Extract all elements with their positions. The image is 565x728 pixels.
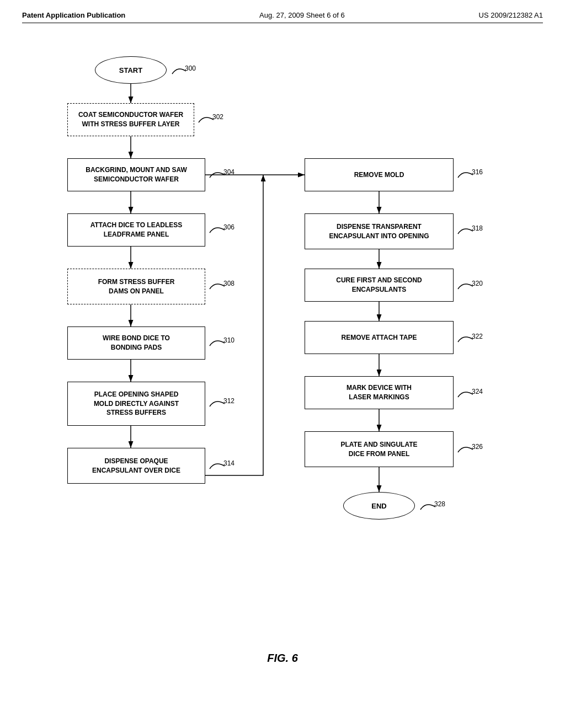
step-308-label: 308	[207, 278, 237, 296]
header-left: Patent Application Publication	[22, 11, 125, 19]
step-328-label: 328	[418, 499, 448, 517]
node-326-label: PLATE AND SINGULATEDICE FROM PANEL	[340, 440, 417, 459]
node-316-label: REMOVE MOLD	[354, 170, 404, 180]
step-322-arrow: 322	[455, 331, 486, 347]
step-318-label: 318	[455, 223, 486, 241]
node-308-label: FORM STRESS BUFFERDAMS ON PANEL	[98, 277, 175, 296]
step-308-arrow: 308	[207, 278, 237, 295]
svg-text:324: 324	[472, 388, 483, 395]
step-300-arrow: 300	[169, 63, 197, 79]
step-316-label: 316	[455, 167, 486, 185]
node-320-label: CURE FIRST AND SECONDENCAPSULANTS	[336, 276, 422, 295]
svg-text:300: 300	[185, 65, 196, 72]
svg-text:302: 302	[212, 113, 223, 121]
step-304-label: 304	[207, 167, 237, 185]
end-node: END	[343, 492, 415, 520]
node-326: PLATE AND SINGULATEDICE FROM PANEL	[305, 431, 454, 467]
step-302-label: 302	[196, 111, 226, 130]
step-300-label: 300	[169, 63, 197, 81]
node-316: REMOVE MOLD	[305, 158, 454, 191]
step-320-label: 320	[455, 278, 486, 296]
step-328-arrow: 328	[418, 499, 448, 515]
node-310: WIRE BOND DICE TOBONDING PADS	[67, 326, 205, 360]
step-310-label: 310	[207, 335, 237, 353]
node-308: FORM STRESS BUFFERDAMS ON PANEL	[67, 269, 205, 304]
svg-text:312: 312	[223, 397, 234, 405]
step-302-arrow: 302	[196, 111, 226, 128]
node-302-label: COAT SEMICONDUCTOR WAFERWITH STRESS BUFF…	[78, 110, 183, 129]
end-label: END	[371, 502, 386, 510]
node-318: DISPENSE TRANSPARENTENCAPSULANT INTO OPE…	[305, 213, 454, 249]
node-324: MARK DEVICE WITHLASER MARKINGS	[305, 376, 454, 409]
node-320: CURE FIRST AND SECONDENCAPSULANTS	[305, 269, 454, 302]
node-312: PLACE OPENING SHAPEDMOLD DIRECTLY AGAINS…	[67, 382, 205, 426]
svg-text:306: 306	[223, 223, 234, 231]
svg-text:326: 326	[472, 443, 483, 451]
svg-text:316: 316	[472, 168, 483, 176]
header-center: Aug. 27, 2009 Sheet 6 of 6	[259, 11, 345, 19]
step-324-arrow: 324	[455, 386, 486, 403]
svg-text:310: 310	[223, 336, 234, 344]
step-314-label: 314	[207, 458, 237, 476]
node-324-label: MARK DEVICE WITHLASER MARKINGS	[347, 383, 412, 402]
svg-text:318: 318	[472, 224, 483, 232]
svg-text:308: 308	[223, 280, 234, 287]
step-306-arrow: 306	[207, 222, 237, 238]
node-306: ATTACH DICE TO LEADLESSLEADFRAME PANEL	[67, 213, 205, 247]
node-310-label: WIRE BOND DICE TOBONDING PADS	[103, 334, 170, 352]
svg-text:314: 314	[223, 459, 234, 467]
step-318-arrow: 318	[455, 223, 486, 239]
step-326-arrow: 326	[455, 441, 486, 458]
step-304-arrow: 304	[207, 167, 237, 183]
node-304-label: BACKGRIND, MOUNT AND SAWSEMICONDUCTOR WA…	[86, 165, 187, 184]
node-322-label: REMOVE ATTACH TAPE	[342, 333, 417, 342]
node-314-label: DISPENSE OPAQUEENCAPSULANT OVER DICE	[92, 457, 180, 475]
svg-text:328: 328	[434, 500, 445, 508]
node-318-label: DISPENSE TRANSPARENTENCAPSULANT INTO OPE…	[329, 222, 429, 241]
step-310-arrow: 310	[207, 335, 237, 351]
node-312-label: PLACE OPENING SHAPEDMOLD DIRECTLY AGAINS…	[94, 390, 179, 417]
step-314-arrow: 314	[207, 458, 237, 474]
svg-text:304: 304	[223, 168, 234, 176]
page-header: Patent Application Publication Aug. 27, …	[22, 11, 543, 23]
node-302: COAT SEMICONDUCTOR WAFERWITH STRESS BUFF…	[67, 103, 194, 136]
figure-caption: FIG. 6	[22, 652, 543, 665]
page: Patent Application Publication Aug. 27, …	[0, 0, 565, 728]
header-right: US 2009/212382 A1	[479, 11, 543, 19]
step-326-label: 326	[455, 441, 486, 459]
svg-text:320: 320	[472, 280, 483, 287]
step-316-arrow: 316	[455, 167, 486, 183]
step-320-arrow: 320	[455, 278, 486, 295]
node-304: BACKGRIND, MOUNT AND SAWSEMICONDUCTOR WA…	[67, 158, 205, 191]
step-306-label: 306	[207, 222, 237, 240]
svg-text:322: 322	[472, 333, 483, 340]
step-324-label: 324	[455, 386, 486, 404]
flowchart-diagram: START 300 COAT SEMICONDUCTOR WAFERWITH S…	[34, 40, 531, 646]
node-314: DISPENSE OPAQUEENCAPSULANT OVER DICE	[67, 448, 205, 484]
start-node: START	[95, 56, 167, 84]
node-306-label: ATTACH DICE TO LEADLESSLEADFRAME PANEL	[90, 221, 183, 239]
step-312-label: 312	[207, 395, 237, 414]
step-322-label: 322	[455, 331, 486, 349]
start-label: START	[119, 66, 142, 74]
node-322: REMOVE ATTACH TAPE	[305, 321, 454, 354]
step-312-arrow: 312	[207, 395, 237, 412]
